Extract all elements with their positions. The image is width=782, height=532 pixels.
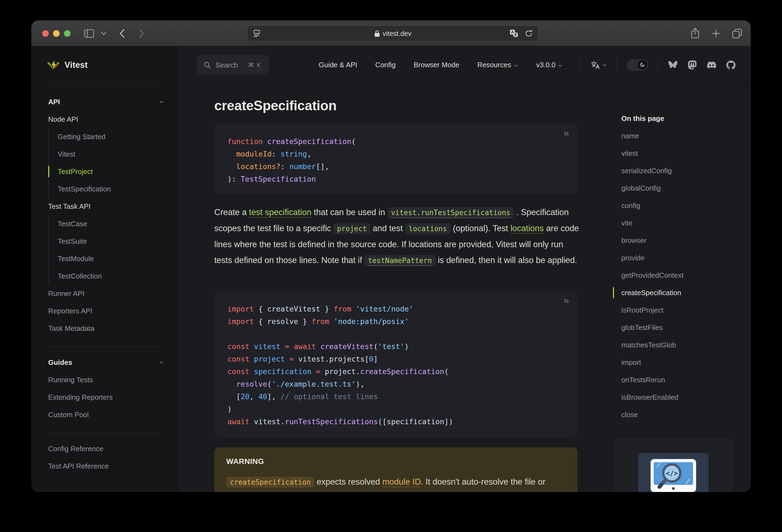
code-line: resolve('./example.test.ts'), — [227, 378, 564, 390]
sidebar-item-task-metadata[interactable]: Task Metadata — [48, 320, 164, 337]
nav-link-label: Guide & API — [319, 61, 357, 69]
inline-code-link[interactable]: testNamePattern — [364, 255, 435, 266]
toc-item-name[interactable]: name — [613, 127, 736, 145]
inline-link[interactable]: test specification — [249, 208, 312, 217]
toc-item-provide[interactable]: provide — [613, 249, 736, 267]
sidebar-group: APINode APIGetting StartedVitestTestProj… — [48, 93, 164, 337]
text-run: and test — [370, 223, 405, 233]
warning-callout: WARNING createSpecification expects reso… — [214, 447, 577, 492]
toc-item-isrootproject[interactable]: isRootProject — [613, 302, 736, 319]
url-bar[interactable]: vitest.dev — [247, 26, 539, 41]
sidebar-item-config-reference[interactable]: Config Reference — [48, 440, 164, 457]
sidebar-item-testcase[interactable]: TestCase — [58, 215, 164, 233]
sidebar-group-title-guides[interactable]: Guides — [48, 354, 164, 371]
nav-divider — [617, 58, 617, 72]
top-nav: Search ⌘ K Guide & APIConfigBrowser Mode… — [179, 46, 751, 83]
toc-item-globalconfig[interactable]: globalConfig — [613, 179, 736, 197]
tab-group-chevron-icon[interactable] — [101, 21, 107, 46]
share-icon[interactable] — [690, 21, 700, 46]
inline-code-link[interactable]: vitest.runTestSpecifications — [387, 207, 514, 218]
theme-toggle[interactable] — [627, 59, 648, 71]
sidebar-item-getting-started[interactable]: Getting Started — [58, 128, 164, 145]
browser-window: vitest.dev — [31, 21, 751, 492]
new-tab-icon[interactable] — [711, 21, 721, 46]
toc-item-import[interactable]: import — [613, 354, 736, 371]
ad-box[interactable]: </> — [613, 438, 733, 492]
sidebar-item-test-task-api[interactable]: Test Task API — [48, 198, 164, 215]
sidebar-item-custom-pool[interactable]: Custom Pool — [48, 406, 164, 423]
toc-item-matchestestglob[interactable]: matchesTestGlob — [613, 336, 736, 354]
toc-item-ontestsrerun[interactable]: onTestsRerun — [613, 371, 736, 389]
chevron-down-icon — [159, 99, 164, 104]
inline-link[interactable]: module ID — [382, 477, 421, 487]
inline-link[interactable]: locations — [510, 223, 544, 233]
toc-item-vitest[interactable]: vitest — [613, 145, 736, 162]
sidebar-item-testsuite[interactable]: TestSuite — [58, 233, 164, 250]
code-line: function createSpecification( — [227, 135, 564, 148]
sidebar-item-vitest[interactable]: Vitest — [58, 145, 164, 163]
search-label: Search — [215, 61, 238, 69]
sidebar-group-title-api[interactable]: API — [48, 93, 164, 110]
sidebar-item-testproject[interactable]: TestProject — [58, 163, 164, 180]
reload-icon[interactable] — [525, 26, 533, 41]
inline-code: createSpecification — [226, 477, 314, 488]
social-link-bluesky[interactable] — [669, 61, 677, 69]
sidebar-item-extending-reporters[interactable]: Extending Reporters — [48, 389, 164, 406]
chevron-down-icon — [159, 360, 164, 365]
sidebar-toggle-icon[interactable] — [84, 21, 94, 46]
sidebar-item-testcollection[interactable]: TestCollection — [58, 268, 164, 285]
code-line: import { createVitest } from 'vitest/nod… — [227, 303, 564, 315]
toc-item-close[interactable]: close — [613, 406, 736, 423]
toc-item-vite[interactable]: vite — [613, 214, 736, 232]
nav-divider — [658, 58, 658, 72]
nav-right: Guide & APIConfigBrowser ModeResourcesv3… — [319, 46, 751, 83]
logo[interactable]: Vitest — [31, 46, 179, 83]
social-link-discord[interactable] — [707, 61, 716, 69]
svg-text:</>: </> — [666, 469, 678, 477]
language-menu[interactable] — [591, 61, 607, 70]
zoom-button[interactable] — [64, 30, 71, 37]
chevron-down-icon — [602, 63, 607, 68]
toc-item-config[interactable]: config — [613, 197, 736, 214]
sidebar-item-runner-api[interactable]: Runner API — [48, 285, 164, 302]
nav-link-v3-0-0[interactable]: v3.0.0 — [536, 61, 563, 69]
chevron-down-icon — [558, 63, 563, 68]
sidebar-item-testmodule[interactable]: TestModule — [58, 250, 164, 268]
minimize-button[interactable] — [53, 30, 60, 37]
discord-icon — [707, 61, 716, 69]
nav-link-guide-api[interactable]: Guide & API — [319, 61, 357, 69]
browser-chrome: vitest.dev — [31, 21, 751, 46]
toc-item-globtestfiles[interactable]: globTestFiles — [613, 319, 736, 336]
toc-item-serializedconfig[interactable]: serializedConfig — [613, 162, 736, 179]
toc: On this page namevitestserializedConfigg… — [613, 110, 736, 423]
toc-item-isbrowserenabled[interactable]: isBrowserEnabled — [613, 389, 736, 406]
sidebar-item-reporters-api[interactable]: Reporters API — [48, 302, 164, 320]
search-input[interactable]: Search ⌘ K — [197, 55, 269, 75]
back-button-icon[interactable] — [118, 21, 126, 46]
sidebar-group-label: Guides — [48, 358, 72, 367]
search-icon — [203, 61, 211, 69]
sidebar-item-testspecification[interactable]: TestSpecification — [58, 180, 164, 198]
forward-button-icon[interactable] — [138, 21, 145, 46]
sidebar-sublist: TestCaseTestSuiteTestModuleTestCollectio… — [48, 215, 164, 285]
logo-text: Vitest — [65, 60, 88, 70]
theme-toggle-knob — [638, 60, 647, 69]
nav-link-config[interactable]: Config — [375, 61, 396, 69]
translate-icon[interactable] — [509, 26, 519, 41]
tab-overview-icon[interactable] — [732, 21, 743, 46]
toc-item-createspecification[interactable]: createSpecification — [613, 284, 736, 302]
vitest-logo-icon — [47, 59, 60, 71]
nav-link-browser-mode[interactable]: Browser Mode — [414, 61, 459, 69]
sidebar-item-running-tests[interactable]: Running Tests — [48, 371, 164, 389]
toc-heading: On this page — [613, 110, 736, 127]
nav-link-resources[interactable]: Resources — [477, 61, 518, 69]
close-button[interactable] — [42, 30, 49, 37]
sidebar-item-node-api[interactable]: Node API — [48, 110, 164, 128]
toc-item-browser[interactable]: browser — [613, 232, 736, 249]
chevron-down-icon — [513, 63, 518, 68]
ad-image-tile: </> — [638, 453, 709, 492]
social-link-github[interactable] — [726, 61, 736, 69]
social-link-mastodon[interactable] — [688, 61, 697, 69]
toc-item-getprovidedcontext[interactable]: getProvidedContext — [613, 267, 736, 284]
sidebar-item-test-api-reference[interactable]: Test API Reference — [48, 457, 164, 475]
